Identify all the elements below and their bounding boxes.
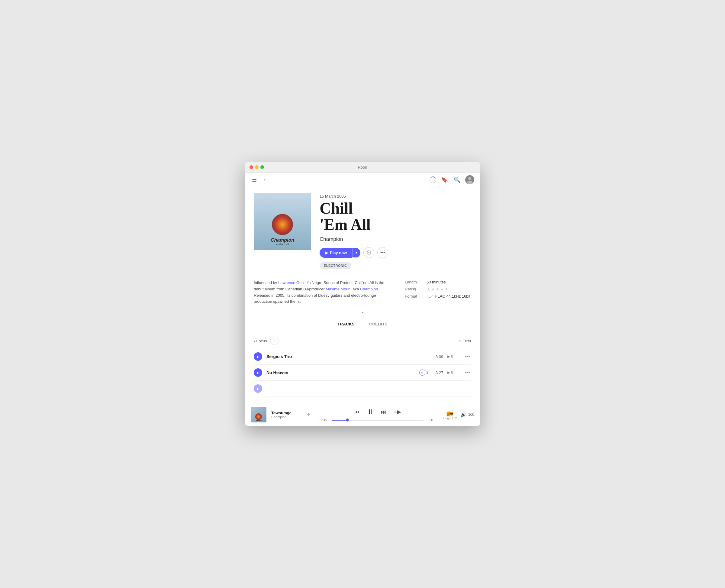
chevron-right-icon: ›	[254, 339, 255, 343]
title-bar: Roon	[245, 162, 480, 173]
progress-section: 1:36 9:30	[320, 418, 435, 422]
tracks-toolbar: › Focus ♡ ⊿ Filter	[254, 334, 471, 349]
track-1-title: Sergio's Trio	[266, 354, 428, 359]
device-icon: 📻	[446, 410, 454, 417]
version-circle: ⊙	[419, 370, 425, 376]
album-info: 15 March 2005 Chill 'Em All Champion ▶ P…	[320, 193, 471, 274]
meta-format: Format ⋱⋰ FLAC 44.1kHz 16bit	[405, 294, 471, 298]
track-2-plays: ▶0	[447, 371, 460, 375]
tabs-section: TRACKS CREDITS	[254, 319, 471, 329]
skip-back-button[interactable]: ⏮	[354, 408, 360, 416]
play-icon: ▶	[325, 251, 328, 255]
toolbar: ☰ ‹ 🔖 🔍	[245, 173, 480, 187]
main-content: Champion Chill'em all 15 March 2005 Chil…	[245, 187, 480, 403]
volume-icon: 🔊	[461, 412, 466, 418]
track-1-duration: 3:09	[432, 354, 443, 359]
pause-button[interactable]: ⏸	[366, 407, 374, 416]
genre-tag: ELECTRONIC	[320, 262, 351, 269]
shuffle-button[interactable]: ✦	[306, 411, 311, 418]
heart-filter-button[interactable]: ♡	[270, 337, 279, 345]
art-band-name: Champion	[271, 237, 294, 243]
action-buttons: ▶ Play now ▾ •••	[320, 247, 471, 258]
player-controls: ⏮ ⏸ ⏭ ≡▶ 1:36 9:30	[317, 407, 439, 422]
play-dropdown-button[interactable]: ▾	[352, 248, 360, 257]
now-playing-artist-name: Champion	[271, 415, 301, 419]
focus-section: › Focus ♡	[254, 337, 279, 345]
svg-point-1	[468, 177, 471, 180]
table-row: ▶ Sergio's Trio 3:09 ▶0 •••	[254, 349, 471, 365]
volume-section: 🔊 100	[461, 412, 474, 418]
track-1-play-button[interactable]: ▶	[254, 352, 262, 361]
device-name: Hugo TT2	[444, 417, 457, 420]
meta-rating: Rating ★ ★ ★ ★ ★	[405, 287, 471, 292]
toolbar-right: 🔖 🔍	[430, 175, 474, 184]
track-3-play-button[interactable]: ▶	[254, 384, 262, 393]
now-playing-art: Champion	[251, 407, 266, 422]
maximize-button[interactable]	[260, 165, 264, 169]
play-count-icon: ▶	[447, 371, 450, 375]
traffic-lights	[250, 165, 264, 169]
window-title: Roon	[358, 165, 367, 169]
progress-thumb	[346, 419, 349, 421]
minimize-button[interactable]	[255, 165, 259, 169]
play-count-icon: ▶	[447, 354, 450, 359]
player-buttons: ⏮ ⏸ ⏭ ≡▶	[354, 407, 402, 416]
artist-name: Champion	[320, 236, 471, 242]
back-button[interactable]: ‹	[263, 175, 267, 184]
menu-button[interactable]: ☰	[251, 175, 258, 184]
current-time: 1:36	[320, 418, 329, 422]
track-2-title: No Heaven	[266, 370, 415, 375]
close-button[interactable]	[250, 165, 253, 169]
avatar[interactable]	[465, 175, 474, 184]
bookmark-button[interactable]: 🔖	[440, 175, 449, 184]
track-list: ▶ Sergio's Trio 3:09 ▶0 ••• ▶ No Heaven …	[254, 349, 471, 397]
morin-link[interactable]: Maxime Morin	[326, 287, 350, 291]
now-playing-bar: Champion Tawoumga Champion ✦ ⏮ ⏸ ⏭ ≡▶ 1:…	[245, 403, 480, 426]
expand-button[interactable]: ⌄	[360, 308, 365, 315]
tab-tracks[interactable]: TRACKS	[336, 319, 356, 329]
meta-length: Length 50 minutes	[405, 280, 471, 284]
filter-button[interactable]: ⊿ Filter	[458, 339, 471, 343]
track-2-version-badge[interactable]: ⊙ 2	[419, 370, 429, 376]
tab-credits[interactable]: CREDITS	[368, 319, 389, 329]
radio-button[interactable]	[363, 247, 374, 258]
queue-button[interactable]: ≡▶	[393, 408, 402, 416]
version-count: 2	[427, 371, 429, 375]
album-description-section: Influenced by Lawrence Gellert's Negro S…	[254, 280, 471, 305]
art-subtitle: Chill'em all	[271, 243, 294, 246]
device-info: 📻 Hugo TT2	[444, 410, 457, 420]
svg-point-2	[467, 181, 472, 184]
skip-forward-button[interactable]: ⏭	[380, 408, 387, 416]
focus-label[interactable]: › Focus	[254, 339, 267, 343]
table-row: ▶	[254, 381, 471, 397]
expand-description: ⌄	[254, 308, 471, 315]
description-text: Influenced by Lawrence Gellert's Negro S…	[254, 280, 393, 305]
search-button[interactable]: 🔍	[452, 175, 462, 184]
track-1-plays: ▶0	[447, 354, 460, 359]
toolbar-left: ☰ ‹	[251, 175, 267, 184]
play-now-button[interactable]: ▶ Play now	[320, 248, 352, 258]
total-time: 9:30	[427, 418, 435, 422]
track-2-play-button[interactable]: ▶	[254, 368, 262, 377]
play-button-group: ▶ Play now ▾	[320, 248, 360, 258]
volume-label: 100	[468, 413, 474, 417]
album-art: Champion Chill'em all	[254, 193, 311, 250]
champion-link[interactable]: Champion	[360, 287, 378, 291]
release-date: 15 March 2005	[320, 194, 471, 198]
now-playing-info: Tawoumga Champion	[271, 411, 301, 419]
track-2-duration: 3:27	[432, 371, 443, 375]
album-meta: Length 50 minutes Rating ★ ★ ★ ★ ★ Forma…	[405, 280, 471, 305]
more-options-button[interactable]: •••	[377, 247, 388, 258]
star-rating[interactable]: ★ ★ ★ ★ ★	[427, 287, 449, 292]
album-title: Chill 'Em All	[320, 200, 471, 233]
gellert-link[interactable]: Lawrence Gellert	[278, 280, 308, 285]
filter-icon: ⊿	[458, 339, 461, 343]
player-right: 📻 Hugo TT2 🔊 100	[444, 410, 474, 420]
now-playing-track-name: Tawoumga	[271, 411, 301, 415]
track-2-more-button[interactable]: •••	[464, 370, 471, 375]
progress-fill	[332, 420, 347, 421]
loading-indicator	[430, 176, 436, 183]
format-icon: ⋱⋰	[427, 295, 433, 298]
track-1-more-button[interactable]: •••	[464, 354, 471, 359]
progress-bar[interactable]	[332, 420, 424, 421]
